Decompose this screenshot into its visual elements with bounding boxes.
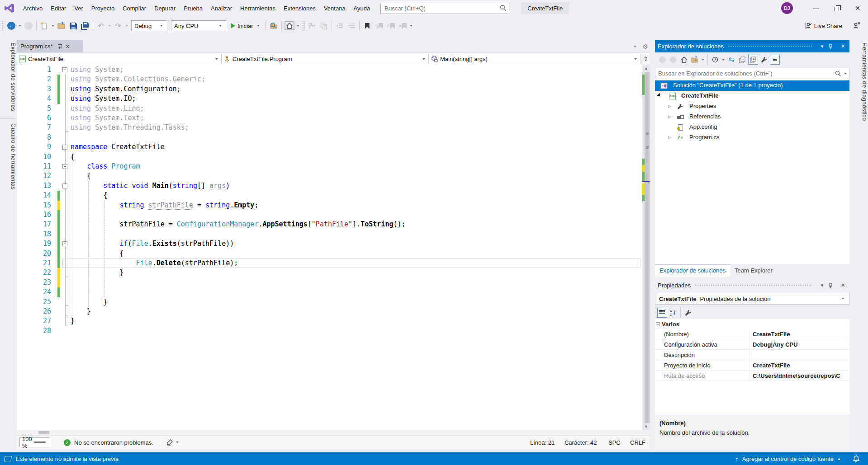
code-line-9[interactable]: 9−namespace CreateTxtFile [17, 142, 650, 152]
property-row[interactable]: Configuración activaDebug|Any CPU [655, 339, 849, 350]
code-line-8[interactable]: 8 [17, 133, 650, 143]
alphabetical-sort-button[interactable]: AZ [668, 308, 678, 318]
toolbar-grip[interactable] [302, 21, 305, 31]
menu-analizar[interactable]: Analizar [207, 3, 236, 14]
menu-depurar[interactable]: Depurar [150, 3, 180, 14]
live-share-button[interactable]: Live Share [804, 22, 846, 29]
platform-combo[interactable]: Any CPU [171, 20, 226, 31]
property-value[interactable] [750, 350, 849, 360]
new-project-button[interactable] [39, 19, 50, 32]
toggle-bookmark-button[interactable] [362, 19, 373, 32]
property-value[interactable]: C:\Users\dnlme\source\repos\C [750, 371, 849, 380]
chevron-collapsed-icon[interactable] [667, 116, 669, 120]
property-value[interactable]: Debug|Any CPU [750, 339, 849, 349]
tree-item-createtxtfile[interactable]: C#CreateTxtFile [655, 91, 849, 101]
collapse-category-icon[interactable]: − [656, 322, 660, 326]
tab-server-explorer[interactable]: Explorador de servidores [0, 38, 17, 116]
close-button[interactable]: ✕ [847, 0, 868, 16]
copy-item-button[interactable] [318, 19, 329, 32]
code-line-18[interactable]: 18 [17, 230, 650, 240]
code-line-2[interactable]: 2using System.Collections.Generic; [17, 75, 650, 85]
filter-caret[interactable] [722, 59, 725, 61]
fold-collapse-icon[interactable]: − [62, 183, 67, 188]
search-input[interactable] [380, 3, 509, 14]
properties-titlebar[interactable]: Propiedades ▾ ✕ [655, 279, 849, 291]
document-list-caret[interactable] [634, 46, 636, 47]
switch-views-caret[interactable] [702, 59, 704, 61]
document-tab-program-cs[interactable]: Program.cs* ✕ [17, 40, 83, 52]
project-dropdown[interactable]: C# CreateTxtFile [17, 54, 222, 64]
chevron-expanded-icon[interactable] [658, 95, 662, 100]
code-line-19[interactable]: 19− if(File.Exists(strPathFile)) [17, 239, 650, 249]
scroll-up-icon[interactable]: ▲ [642, 65, 650, 72]
code-line-26[interactable]: 26 } [17, 307, 650, 317]
code-line-4[interactable]: 4using System.IO; [17, 94, 650, 104]
solution-search-input[interactable] [655, 70, 835, 77]
pin-icon[interactable] [829, 283, 836, 288]
undo-dropdown-caret[interactable] [108, 25, 111, 27]
pending-changes-filter-button[interactable] [710, 55, 720, 65]
toolbar-grip[interactable] [1, 21, 4, 31]
code-line-15[interactable]: 15 string strPathFile = string.Empty; [17, 201, 650, 211]
code-line-23[interactable]: 23 [17, 278, 650, 288]
home-dropdown-caret[interactable] [297, 25, 299, 27]
toolbar-overflow-caret[interactable] [410, 25, 413, 27]
save-button[interactable] [68, 19, 79, 32]
decrease-indent-button[interactable] [334, 19, 345, 32]
redo-dropdown-caret[interactable] [125, 25, 128, 27]
menu-extensiones[interactable]: Extensiones [280, 3, 320, 14]
new-project-dropdown-caret[interactable] [52, 25, 54, 27]
switch-views-button[interactable] [690, 55, 700, 65]
window-menu-caret[interactable]: ▾ [818, 282, 826, 288]
type-dropdown[interactable]: CreateTxtFile.Program [222, 54, 429, 64]
status-spaces[interactable]: SPC [608, 436, 621, 450]
horizontal-scrollbar[interactable] [17, 430, 642, 435]
open-file-button[interactable] [56, 19, 67, 32]
code-line-27[interactable]: 27} [17, 316, 650, 326]
zoom-combo[interactable]: 100 % [19, 437, 50, 447]
search-options-caret[interactable] [844, 73, 847, 75]
feedback-button[interactable] [851, 19, 862, 32]
sync-with-active-document-button[interactable]: ⇆ [726, 55, 736, 65]
property-row[interactable]: Proyecto de inicioCreateTxtFile [655, 360, 849, 371]
previous-bookmark-button[interactable]: ↰ [374, 19, 384, 32]
increase-indent-button[interactable] [346, 19, 357, 32]
code-line-5[interactable]: 5using System.Linq; [17, 104, 650, 114]
code-cleanup-caret[interactable] [176, 442, 179, 443]
configuration-combo[interactable]: Debug [131, 20, 167, 31]
code-line-12[interactable]: 12 { [17, 171, 650, 181]
hscrollbar-thumb[interactable] [38, 431, 49, 434]
scrollbar-thumb[interactable] [645, 72, 650, 423]
code-line-14[interactable]: 14 { [17, 191, 650, 201]
close-icon[interactable]: ✕ [839, 282, 847, 288]
code-line-20[interactable]: 20 { [17, 249, 650, 259]
tree-item-properties[interactable]: Properties [655, 101, 849, 112]
problems-message[interactable]: No se encontraron problemas. [74, 439, 153, 446]
property-pages-button[interactable] [683, 308, 693, 318]
close-tab-icon[interactable]: ✕ [66, 43, 70, 50]
code-line-22[interactable]: 22 } [17, 268, 650, 278]
add-to-source-control-button[interactable]: Agregar al control de código fuente [742, 456, 834, 462]
window-menu-caret[interactable]: ▾ [818, 43, 826, 49]
solution-explorer-home-button[interactable] [284, 19, 295, 32]
notifications-bell-icon[interactable] [853, 455, 860, 463]
forward-button[interactable]: → [668, 55, 678, 65]
code-editor[interactable]: 1−using System;2using System.Collections… [17, 65, 650, 430]
menu-prueba[interactable]: Prueba [180, 3, 207, 14]
tree-item-app-config[interactable]: App.config [655, 122, 849, 132]
back-button[interactable]: ← [657, 55, 667, 65]
scroll-down-icon[interactable]: ▼ [642, 423, 650, 430]
solution-explorer-titlebar[interactable]: Explorador de soluciones ▾ ✕ [655, 40, 849, 52]
tab-team-explorer[interactable]: Team Explorer [730, 265, 777, 277]
tab-toolbox[interactable]: Cuadro de herramientas [0, 118, 17, 194]
back-dropdown-caret[interactable] [19, 25, 21, 27]
property-row[interactable]: (Nombre)CreateTxtFile [655, 329, 849, 339]
chevron-collapsed-icon[interactable] [667, 106, 669, 109]
close-icon[interactable]: ✕ [839, 43, 847, 49]
home-button[interactable] [679, 55, 689, 65]
property-category[interactable]: −Varios [655, 319, 849, 329]
member-dropdown[interactable]: Main(string[] args) [429, 54, 640, 64]
code-line-7[interactable]: 7using System.Threading.Tasks; [17, 123, 650, 133]
menu-ayuda[interactable]: Ayuda [350, 3, 375, 14]
code-line-24[interactable]: 24 [17, 287, 650, 297]
